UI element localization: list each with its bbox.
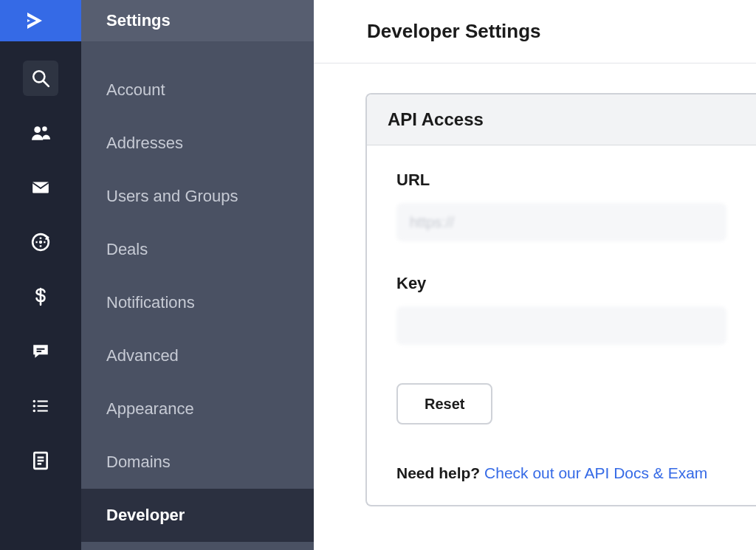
svg-rect-8 [37,351,42,352]
document-icon[interactable] [23,443,58,478]
svg-line-1 [43,80,49,86]
svg-rect-4 [32,182,49,193]
svg-point-9 [33,400,35,402]
settings-header: Settings [81,0,314,41]
sidebar-item-users-and-groups[interactable]: Users and Groups [81,170,314,223]
icon-rail [0,0,81,550]
mail-icon[interactable] [23,170,58,205]
list-icon[interactable] [23,388,58,424]
panel-wrap: API Access URL https:// Key Reset Need h… [314,63,756,506]
sidebar-item-deals[interactable]: Deals [81,223,314,276]
dollar-icon[interactable] [23,279,58,314]
panel-title: API Access [367,94,756,145]
panel-body: URL https:// Key Reset Need help? Check … [367,145,756,482]
search-icon[interactable] [23,61,58,96]
chat-icon[interactable] [23,334,58,369]
api-access-panel: API Access URL https:// Key Reset Need h… [365,93,756,506]
svg-rect-7 [37,348,45,350]
svg-point-3 [42,126,47,131]
help-link[interactable]: Check out our API Docs & Exam [484,464,707,481]
automation-gear-icon[interactable] [23,224,58,260]
sidebar-item-advanced[interactable]: Advanced [81,329,314,382]
svg-rect-12 [38,405,48,407]
sidebar-item-account[interactable]: Account [81,63,314,117]
svg-point-13 [33,410,35,412]
url-label: URL [396,171,726,190]
sidebar-item-appearance[interactable]: Appearance [81,382,314,436]
settings-title: Settings [106,11,171,30]
svg-point-6 [39,241,42,244]
brand-chevron-icon [26,10,55,32]
brand-logo[interactable] [0,0,81,41]
main-content: Developer Settings API Access URL https:… [314,0,756,550]
page-title: Developer Settings [314,0,756,63]
sidebar-item-notifications[interactable]: Notifications [81,276,314,329]
sidebar-item-domains[interactable]: Domains [81,436,314,489]
sidebar-item-addresses[interactable]: Addresses [81,117,314,170]
svg-point-2 [34,126,41,133]
svg-rect-14 [38,410,48,411]
api-url-field[interactable]: https:// [396,203,726,241]
help-prefix: Need help? [396,464,480,481]
reset-button[interactable]: Reset [396,383,492,424]
key-label: Key [396,274,726,293]
contacts-icon[interactable] [23,115,58,151]
help-line: Need help? Check out our API Docs & Exam [396,464,726,482]
sidebar-item-developer[interactable]: Developer [81,489,314,542]
settings-list: Account Addresses Users and Groups Deals… [81,41,314,542]
svg-rect-10 [38,400,48,402]
svg-point-11 [33,405,35,407]
api-key-field[interactable] [396,306,726,345]
settings-sidebar: Settings Account Addresses Users and Gro… [81,0,314,550]
